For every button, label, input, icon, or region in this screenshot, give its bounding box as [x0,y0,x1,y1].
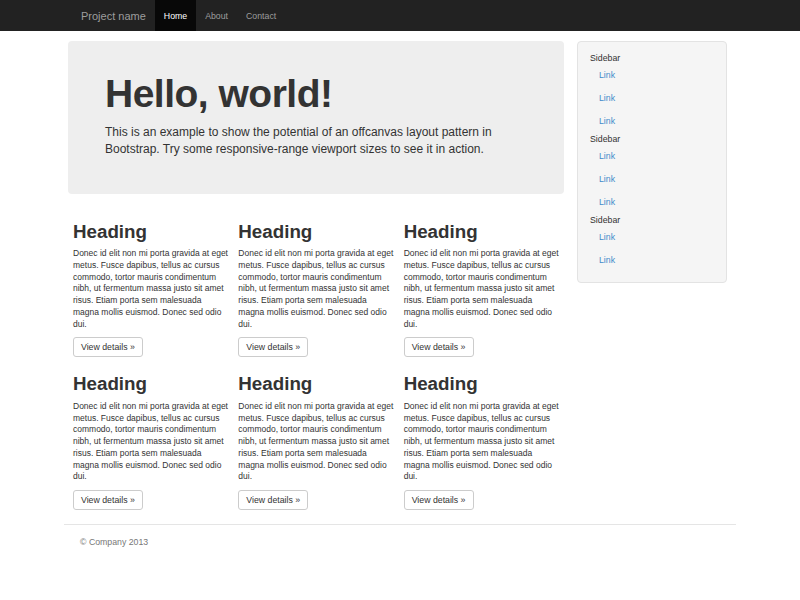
content-card: Heading Donec id elit non mi porta gravi… [399,212,564,358]
sidebar-group-title: Sidebar [590,133,714,145]
footer: © Company 2013 [64,524,736,547]
card-heading: Heading [238,222,393,243]
card-heading: Heading [404,374,559,395]
jumbotron: Hello, world! This is an example to show… [68,41,564,194]
sidebar-link[interactable]: Link [590,87,714,110]
sidebar-link[interactable]: Link [590,191,714,214]
view-details-button[interactable]: View details » [404,337,474,357]
sidebar-group-title: Sidebar [590,52,714,64]
sidebar-group-3: Sidebar Link Link [590,214,714,272]
nav-item-about[interactable]: About [196,0,237,31]
sidebar-link[interactable]: Link [590,249,714,272]
card-body: Donec id elit non mi porta gravida at eg… [238,401,393,483]
card-heading: Heading [73,222,228,243]
page-container: Hello, world! This is an example to show… [64,41,736,547]
card-heading: Heading [404,222,559,243]
main-column: Hello, world! This is an example to show… [64,41,568,517]
sidebar-link[interactable]: Link [590,226,714,249]
card-body: Donec id elit non mi porta gravida at eg… [238,248,393,330]
card-body: Donec id elit non mi porta gravida at eg… [73,248,228,330]
card-heading: Heading [73,374,228,395]
sidebar-link[interactable]: Link [590,168,714,191]
jumbotron-description: This is an example to show the potential… [105,124,527,159]
view-details-button[interactable]: View details » [238,337,308,357]
view-details-button[interactable]: View details » [404,490,474,510]
content-card: Heading Donec id elit non mi porta gravi… [399,364,564,510]
navbar: Project name Home About Contact [0,0,800,31]
sidebar-link[interactable]: Link [590,64,714,87]
view-details-button[interactable]: View details » [73,337,143,357]
page-title: Hello, world! [105,73,527,116]
nav-item-contact[interactable]: Contact [237,0,285,31]
sidebar-group-2: Sidebar Link Link Link [590,133,714,214]
view-details-button[interactable]: View details » [238,490,308,510]
sidebar-link[interactable]: Link [590,145,714,168]
content-card: Heading Donec id elit non mi porta gravi… [68,364,233,510]
navbar-brand[interactable]: Project name [64,0,155,31]
card-body: Donec id elit non mi porta gravida at eg… [73,401,228,483]
card-body: Donec id elit non mi porta gravida at eg… [404,401,559,483]
copyright-text: © Company 2013 [64,537,736,547]
nav-item-home[interactable]: Home [155,0,196,31]
card-heading: Heading [238,374,393,395]
sidebar-group-title: Sidebar [590,214,714,226]
sidebar-link[interactable]: Link [590,110,714,133]
sidebar-column: Sidebar Link Link Link Sidebar Link Link… [568,41,736,517]
cards-row-1: Heading Donec id elit non mi porta gravi… [68,212,564,365]
content-card: Heading Donec id elit non mi porta gravi… [68,212,233,358]
content-card: Heading Donec id elit non mi porta gravi… [233,364,398,510]
view-details-button[interactable]: View details » [73,490,143,510]
navbar-nav: Home About Contact [155,0,285,31]
footer-divider [64,524,736,525]
content-row: Hello, world! This is an example to show… [64,41,736,517]
cards-row-2: Heading Donec id elit non mi porta gravi… [68,364,564,517]
sidebar: Sidebar Link Link Link Sidebar Link Link… [577,41,727,283]
content-card: Heading Donec id elit non mi porta gravi… [233,212,398,358]
sidebar-group-1: Sidebar Link Link Link [590,52,714,133]
navbar-container: Project name Home About Contact [64,0,736,31]
card-body: Donec id elit non mi porta gravida at eg… [404,248,559,330]
